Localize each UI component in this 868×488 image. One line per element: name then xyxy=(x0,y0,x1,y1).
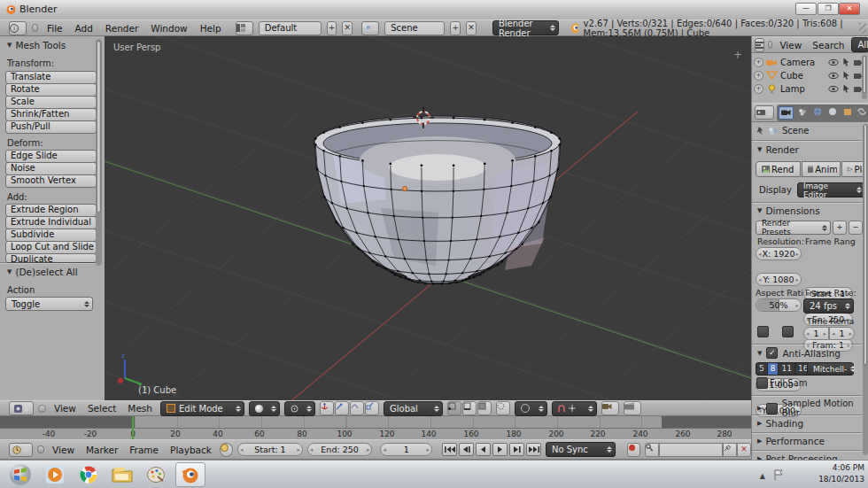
render-presets-select[interactable]: Render Presets xyxy=(756,221,831,235)
tool-button-translate[interactable]: Translate xyxy=(5,71,97,84)
visibility-eye-icon[interactable] xyxy=(828,72,839,80)
outliner-row-lamp[interactable]: + Lamp xyxy=(754,82,865,95)
use-preview-range-button[interactable] xyxy=(220,443,233,457)
next-keyframe-button[interactable] xyxy=(509,443,524,456)
outliner-row-camera[interactable]: + Camera xyxy=(754,56,865,68)
deselect-all-panel-header[interactable]: ▼(De)select All xyxy=(7,267,78,277)
render-panel-header[interactable]: ▼Render xyxy=(757,144,799,155)
menu-window[interactable]: Window xyxy=(147,23,190,34)
full-sample-checkbox[interactable] xyxy=(756,377,768,389)
minimize-button[interactable]: — xyxy=(795,3,817,15)
tool-button-smooth-vertex[interactable]: Smooth Vertex xyxy=(5,174,97,188)
taskbar-chrome-icon[interactable] xyxy=(74,463,103,486)
tab-world[interactable] xyxy=(810,106,824,118)
mesh-tools-panel-header[interactable]: ▼Mesh Tools xyxy=(7,40,66,50)
tool-button-extrude-region[interactable]: Extrude Region xyxy=(5,204,97,217)
tool-button-shrink-fatten[interactable]: Shrink/Fatten xyxy=(5,108,97,121)
previous-keyframe-button[interactable] xyxy=(459,443,474,456)
resolution-y-field[interactable]: Y: 1080 xyxy=(756,273,802,286)
post-processing-panel-header[interactable]: ▶Post Processing xyxy=(757,453,838,460)
selected-vertex[interactable] xyxy=(402,186,407,190)
collapse-menus-dot[interactable] xyxy=(37,445,45,453)
selectability-cursor-icon[interactable] xyxy=(842,58,850,66)
keying-set-field[interactable] xyxy=(659,443,723,457)
properties-scrollbar[interactable] xyxy=(863,124,868,455)
tool-button-edge-slide[interactable]: Edge Slide xyxy=(5,150,97,163)
proportional-edit-select[interactable] xyxy=(515,401,547,416)
region-expand-plus-icon[interactable]: + xyxy=(733,49,742,61)
render-engine-select[interactable]: Blender Render xyxy=(492,20,559,35)
collapse-menus-dot[interactable] xyxy=(768,41,772,49)
timeline-menu-playback[interactable]: Playback xyxy=(167,445,215,455)
render-opengl-anim-button[interactable] xyxy=(624,401,641,415)
pivot-point-select[interactable] xyxy=(284,401,315,416)
outliner-display-filter[interactable]: All xyxy=(851,37,868,52)
mode-select[interactable]: Edit Mode xyxy=(160,401,244,416)
selectability-cursor-icon[interactable] xyxy=(842,84,850,93)
clock-time[interactable]: 4:06 PM xyxy=(818,462,864,474)
manipulator-rotate-button[interactable] xyxy=(350,401,364,415)
fps-select[interactable]: 24 fps xyxy=(803,298,854,314)
tool-button-subdivide[interactable]: Subdivide xyxy=(5,229,97,242)
start-button[interactable] xyxy=(5,462,35,487)
vertex-select-mode-button[interactable] xyxy=(447,401,461,415)
anti-aliasing-checkbox[interactable]: ✓ xyxy=(766,347,778,359)
aa-samples-5[interactable]: 5 xyxy=(756,363,768,375)
display-select[interactable]: Image Editor xyxy=(797,182,865,198)
menu-file[interactable]: File xyxy=(43,23,66,34)
time-remap-new-field[interactable]: 1 xyxy=(829,327,855,340)
resolution-x-field[interactable]: X: 1920 xyxy=(756,247,802,260)
sync-mode-select[interactable]: No Sync xyxy=(546,442,616,457)
manipulator-toggle-button[interactable] xyxy=(320,401,334,415)
aa-samples-8[interactable]: 8 xyxy=(768,363,779,375)
manipulator-translate-button[interactable] xyxy=(335,401,349,415)
current-frame-indicator[interactable] xyxy=(132,416,134,439)
area-corner-grip[interactable] xyxy=(859,23,866,34)
aa-filter-select[interactable]: Mitchell- xyxy=(807,362,854,376)
visibility-eye-icon[interactable] xyxy=(828,85,839,93)
tab-scene[interactable] xyxy=(795,106,809,118)
close-button[interactable]: ✕ xyxy=(839,3,860,15)
expand-icon[interactable]: + xyxy=(754,58,763,67)
timeline-current-frame-field[interactable]: 1 xyxy=(380,443,432,456)
viewport-menu-mesh[interactable]: Mesh xyxy=(124,403,156,414)
add-layout-button[interactable]: + xyxy=(327,21,337,35)
crop-checkbox[interactable] xyxy=(782,326,794,337)
performance-panel-header[interactable]: ▶Performance xyxy=(757,436,825,446)
pin-icon[interactable] xyxy=(756,126,764,136)
taskbar-media-player-icon[interactable] xyxy=(41,463,69,486)
manipulator-scale-button[interactable] xyxy=(365,401,379,415)
selectability-cursor-icon[interactable] xyxy=(842,71,850,80)
auto-keyframe-record-button[interactable] xyxy=(627,443,640,457)
taskbar-blender-icon[interactable] xyxy=(175,462,205,487)
clock-date[interactable]: 18/10/2013 xyxy=(818,474,864,485)
collapse-menus-dot[interactable] xyxy=(32,24,38,32)
tool-button-rotate[interactable]: Rotate xyxy=(5,83,97,97)
breadcrumb-label[interactable]: Scene xyxy=(782,126,810,136)
tool-button-scale[interactable]: Scale xyxy=(5,96,97,109)
tab-object[interactable] xyxy=(825,106,839,118)
time-remap-old-field[interactable]: 1 xyxy=(803,327,829,340)
scene-icon[interactable] xyxy=(361,21,379,35)
jump-to-start-button[interactable] xyxy=(442,443,457,456)
outliner-scrollbar[interactable] xyxy=(862,55,867,99)
tab-render[interactable] xyxy=(779,106,794,120)
tab-object-data[interactable] xyxy=(841,106,854,118)
layout-name-field[interactable]: Default xyxy=(259,21,322,35)
menu-add[interactable]: Add xyxy=(72,23,97,34)
timeline-start-field[interactable]: Start: 1 xyxy=(237,443,303,456)
keying-set-icon-button[interactable] xyxy=(645,443,659,457)
timeline-ruler[interactable]: -40 -20 0 20 40 60 80 100 120 140 160 18… xyxy=(0,428,751,440)
delete-keyframe-button[interactable]: ✕ xyxy=(737,443,751,457)
tab-constraints[interactable] xyxy=(856,106,867,118)
insert-keyframe-button[interactable] xyxy=(723,443,737,457)
viewport-menu-view[interactable]: View xyxy=(50,403,80,414)
anti-aliasing-panel-header[interactable]: ▼✓Anti-Aliasing xyxy=(757,347,841,359)
snap-group[interactable] xyxy=(552,401,597,416)
expand-icon[interactable]: + xyxy=(754,71,763,81)
expand-icon[interactable]: + xyxy=(754,84,763,94)
timeline-menu-view[interactable]: View xyxy=(49,445,78,455)
motion-blur-checkbox[interactable] xyxy=(766,403,777,414)
screen-layout-icon[interactable] xyxy=(236,21,253,35)
collapse-menus-dot[interactable] xyxy=(38,405,46,413)
